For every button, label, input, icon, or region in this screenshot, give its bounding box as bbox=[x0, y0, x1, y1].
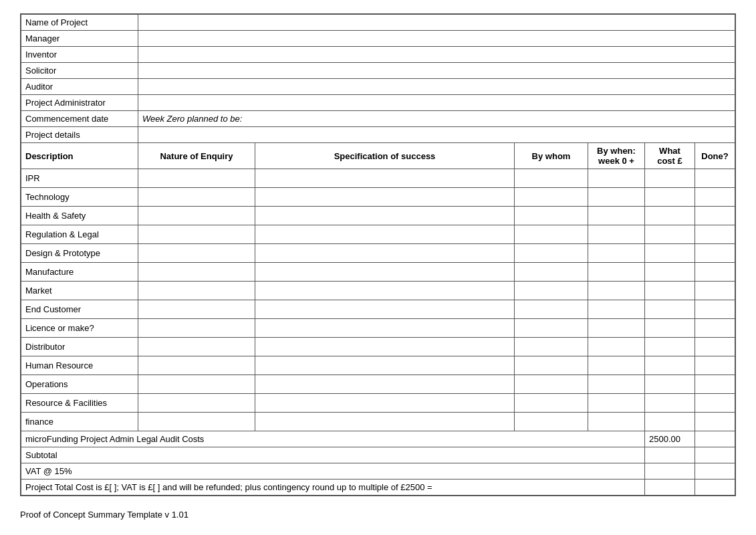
col-header-done: Done? bbox=[695, 143, 735, 169]
row-description: Licence or make? bbox=[21, 319, 138, 338]
row-cost bbox=[645, 282, 695, 300]
col-header-description: Description bbox=[21, 143, 138, 169]
footer-label: VAT @ 15% bbox=[21, 463, 645, 479]
table-row: End Customer bbox=[21, 300, 735, 319]
top-field-row: Name of Project bbox=[21, 15, 735, 31]
row-bywhom bbox=[515, 300, 588, 319]
row-bywhom bbox=[515, 394, 588, 413]
row-spec bbox=[255, 338, 515, 356]
main-table-wrapper: Name of Project Manager Inventor Solicit… bbox=[20, 13, 736, 496]
row-bywhom bbox=[515, 169, 588, 188]
row-spec bbox=[255, 394, 515, 413]
table-row: Market bbox=[21, 282, 735, 300]
top-field-label: Manager bbox=[21, 31, 138, 47]
row-description: Market bbox=[21, 282, 138, 300]
footer-row: Project Total Cost is £[ ]; VAT is £[ ] … bbox=[21, 479, 735, 496]
row-nature bbox=[138, 207, 255, 225]
row-cost bbox=[645, 375, 695, 394]
table-row: Distributor bbox=[21, 338, 735, 356]
row-nature bbox=[138, 244, 255, 263]
table-row: IPR bbox=[21, 169, 735, 188]
row-nature bbox=[138, 263, 255, 282]
row-description: Resource & Facilities bbox=[21, 394, 138, 413]
top-field-value bbox=[138, 79, 735, 95]
footer-row: microFunding Project Admin Legal Audit C… bbox=[21, 431, 735, 447]
footer-cost bbox=[645, 447, 695, 463]
table-row: Health & Safety bbox=[21, 207, 735, 225]
top-field-value bbox=[138, 95, 735, 111]
row-cost bbox=[645, 244, 695, 263]
row-cost bbox=[645, 394, 695, 413]
row-cost bbox=[645, 207, 695, 225]
row-nature bbox=[138, 282, 255, 300]
top-field-value bbox=[138, 47, 735, 63]
row-done bbox=[695, 300, 735, 319]
top-field-row: Project details bbox=[21, 127, 735, 143]
row-nature bbox=[138, 300, 255, 319]
row-nature bbox=[138, 413, 255, 431]
row-done bbox=[695, 169, 735, 188]
row-bywhom bbox=[515, 207, 588, 225]
row-bywhen bbox=[588, 244, 645, 263]
top-field-row: Solicitor bbox=[21, 63, 735, 79]
row-description: Human Resource bbox=[21, 356, 138, 375]
table-row: Operations bbox=[21, 375, 735, 394]
row-done bbox=[695, 413, 735, 431]
top-field-value bbox=[138, 127, 735, 143]
row-nature bbox=[138, 188, 255, 207]
row-done bbox=[695, 207, 735, 225]
top-field-row: Project Administrator bbox=[21, 95, 735, 111]
row-bywhom bbox=[515, 319, 588, 338]
top-field-row: Inventor bbox=[21, 47, 735, 63]
row-spec bbox=[255, 207, 515, 225]
row-bywhen bbox=[588, 263, 645, 282]
top-field-value: Week Zero planned to be: bbox=[138, 111, 735, 127]
row-done bbox=[695, 319, 735, 338]
column-header-row: Description Nature of Enquiry Specificat… bbox=[21, 143, 735, 169]
top-field-label: Inventor bbox=[21, 47, 138, 63]
row-spec bbox=[255, 169, 515, 188]
table-row: Technology bbox=[21, 188, 735, 207]
table-row: Human Resource bbox=[21, 356, 735, 375]
row-nature bbox=[138, 169, 255, 188]
row-cost bbox=[645, 188, 695, 207]
footer-text: Proof of Concept Summary Template v 1.01 bbox=[20, 510, 736, 520]
row-bywhen bbox=[588, 338, 645, 356]
top-field-value bbox=[138, 15, 735, 31]
col-header-spec: Specification of success bbox=[255, 143, 515, 169]
col-header-bywhom: By whom bbox=[515, 143, 588, 169]
footer-done bbox=[695, 479, 735, 496]
col-header-nature: Nature of Enquiry bbox=[138, 143, 255, 169]
row-bywhom bbox=[515, 338, 588, 356]
row-bywhen bbox=[588, 207, 645, 225]
row-bywhom bbox=[515, 188, 588, 207]
footer-done bbox=[695, 463, 735, 479]
row-description: Technology bbox=[21, 188, 138, 207]
row-cost bbox=[645, 169, 695, 188]
table-row: Design & Prototype bbox=[21, 244, 735, 263]
table-row: Resource & Facilities bbox=[21, 394, 735, 413]
top-field-label: Auditor bbox=[21, 79, 138, 95]
row-cost bbox=[645, 319, 695, 338]
row-spec bbox=[255, 263, 515, 282]
row-spec bbox=[255, 413, 515, 431]
table-row: finance bbox=[21, 413, 735, 431]
row-description: End Customer bbox=[21, 300, 138, 319]
top-field-label: Solicitor bbox=[21, 63, 138, 79]
row-description: Operations bbox=[21, 375, 138, 394]
top-field-label: Name of Project bbox=[21, 15, 138, 31]
top-field-row: Manager bbox=[21, 31, 735, 47]
row-spec bbox=[255, 319, 515, 338]
row-bywhen bbox=[588, 300, 645, 319]
row-bywhom bbox=[515, 413, 588, 431]
table-row: Manufacture bbox=[21, 263, 735, 282]
row-done bbox=[695, 394, 735, 413]
row-bywhom bbox=[515, 244, 588, 263]
row-bywhen bbox=[588, 356, 645, 375]
row-bywhen bbox=[588, 375, 645, 394]
table-row: Licence or make? bbox=[21, 319, 735, 338]
row-bywhom bbox=[515, 356, 588, 375]
row-spec bbox=[255, 225, 515, 244]
top-field-row: Commencement date Week Zero planned to b… bbox=[21, 111, 735, 127]
footer-label: microFunding Project Admin Legal Audit C… bbox=[21, 431, 645, 447]
